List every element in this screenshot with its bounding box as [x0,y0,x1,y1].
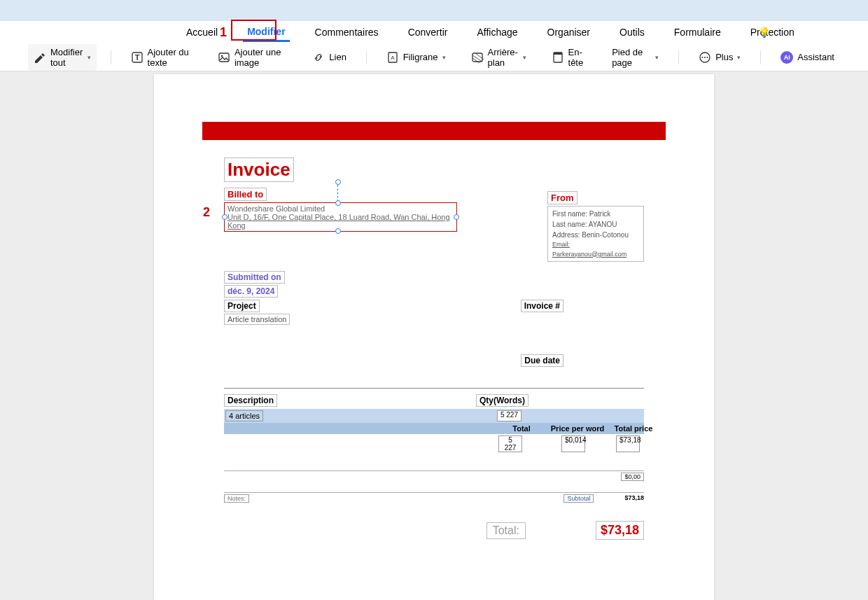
plus-button[interactable]: Plus ▾ [693,48,746,67]
ajouter-texte-label: Ajouter du texte [148,47,192,68]
ajouter-image-button[interactable]: Ajouter une image [212,44,293,71]
modifier-tout-button[interactable]: Modifier tout ▾ [28,44,97,71]
rotate-line [337,185,338,202]
zero-row: $0,00 [224,470,644,481]
qty-header[interactable]: Qty(Words) [476,394,528,407]
filigrane-label: Filigrane [403,52,438,62]
chevron-down-icon: ▾ [737,54,741,61]
annotation-1: 1 [220,25,227,40]
selected-text-block[interactable]: Wondershare Global Limited Unit D, 16/F,… [224,202,457,232]
description-header[interactable]: Description [224,394,277,407]
billed-to-label[interactable]: Billed to [224,188,267,201]
menu-accueil[interactable]: Accueil [182,24,222,41]
from-last-name: Last name: AYANOU [552,219,639,230]
project-row: Project Article translation Invoice # [224,299,644,325]
menu-outils[interactable]: Outils [615,24,649,41]
menu-modifier[interactable]: Modifier [243,23,289,42]
col-price-per-word: Price per word [546,423,609,434]
separator [678,50,679,64]
annotation-2: 2 [203,205,210,220]
menu-convertir[interactable]: Convertir [404,24,452,41]
total-qty-value[interactable]: 5 227 [498,435,522,452]
billed-address: Unit D, 16/F, One Capital Place, 18 Luar… [227,213,454,230]
watermark-icon: A [386,51,399,64]
from-first-name: First name: Patrick [552,209,639,219]
lightbulb-icon[interactable]: 💡 [758,27,770,38]
notes-label[interactable]: Notes: [224,494,249,503]
subtotal-value[interactable]: $73,18 [624,494,644,503]
chevron-down-icon: ▾ [442,54,446,61]
subheader-row: Total Price per word Total price [224,423,644,434]
resize-handle-bottom[interactable] [335,228,341,234]
due-date-label[interactable]: Due date [521,354,564,367]
menu-formulaire[interactable]: Formulaire [670,24,725,41]
svg-point-10 [702,57,704,58]
link-icon [312,51,325,64]
menu-affichage[interactable]: Affichage [472,24,522,41]
chevron-down-icon: ▾ [88,54,91,61]
invoice-title[interactable]: Invoice [224,158,294,182]
price-per-word-value[interactable]: $0,014 [561,435,585,452]
separator [760,50,761,64]
subtotal-row: Notes: Subtotal $73,18 [224,492,644,503]
document-page[interactable]: Invoice Billed to 2 Wondershare Global L… [154,74,714,600]
due-date-row: Due date [224,354,644,367]
lien-button[interactable]: Lien [307,48,352,67]
more-icon [699,51,711,64]
submitted-on-label[interactable]: Submitted on [224,271,285,284]
ajouter-texte-button[interactable]: T Ajouter du texte [125,44,198,71]
svg-point-3 [221,55,223,57]
resize-handle-right[interactable] [454,214,459,220]
svg-point-11 [704,57,706,58]
arriere-plan-button[interactable]: Arrière-plan ▾ [465,44,532,71]
billed-company: Wondershare Global Limited [227,204,454,213]
en-tete-label: En-tête [568,47,587,68]
assistant-label: Assistant [797,52,834,62]
workspace: Invoice Billed to 2 Wondershare Global L… [0,71,868,600]
submitted-block: Submitted on déc. 9, 2024 [224,270,644,298]
total-price-value[interactable]: $73,18 [616,435,640,452]
modifier-tout-label: Modifier tout [50,47,83,68]
item-row: 4 articles 5 227 [224,409,644,423]
en-tete-button[interactable]: En-tête [546,44,593,71]
svg-text:T: T [134,53,139,62]
zero-value[interactable]: $0,00 [621,473,644,481]
chevron-down-icon: ▾ [523,54,526,61]
filigrane-button[interactable]: A Filigrane ▾ [381,48,451,67]
text-icon: T [131,51,144,64]
header-icon [552,51,564,64]
from-address: Address: Benin-Cotonou [552,230,639,240]
item-description[interactable]: 4 articles [225,410,263,421]
toolbar: Modifier tout ▾ T Ajouter du texte Ajout… [0,43,868,71]
menu-protection[interactable]: Protection [746,24,799,41]
pied-de-page-button[interactable]: Pied de page ▾ [606,44,664,71]
subtotal-label[interactable]: Subtotal [564,494,594,503]
menu-commentaires[interactable]: Commentaires [311,24,383,41]
invoice-table: Description Qty(Words) 4 articles 5 227 … [224,388,644,540]
spacer [224,423,497,434]
resize-handle-top[interactable] [335,200,341,206]
ajouter-image-label: Ajouter une image [234,47,287,68]
project-value[interactable]: Article translation [224,314,290,325]
lien-label: Lien [329,52,346,62]
rotate-handle[interactable] [335,179,341,185]
arriere-plan-label: Arrière-plan [488,47,519,68]
document-body: Invoice Billed to 2 Wondershare Global L… [224,158,644,540]
svg-rect-2 [219,53,229,62]
submitted-date[interactable]: déc. 9, 2024 [224,285,278,298]
ai-icon: AI [780,51,793,64]
assistant-button[interactable]: AI Assistant [775,48,840,67]
top-banner [0,0,868,21]
item-qty[interactable]: 5 227 [497,410,522,421]
from-details[interactable]: First name: Patrick Last name: AYANOU Ad… [547,206,644,262]
menu-organiser[interactable]: Organiser [543,24,594,41]
from-label[interactable]: From [547,191,578,204]
invoice-number-label[interactable]: Invoice # [521,300,564,312]
resize-handle-left[interactable] [222,214,227,220]
total-value[interactable]: $73,18 [596,521,644,540]
project-label[interactable]: Project [224,300,260,312]
total-label[interactable]: Total: [486,522,526,539]
table-header-row: Description Qty(Words) [224,394,644,407]
chevron-down-icon: ▾ [655,54,659,61]
svg-rect-8 [554,53,562,55]
